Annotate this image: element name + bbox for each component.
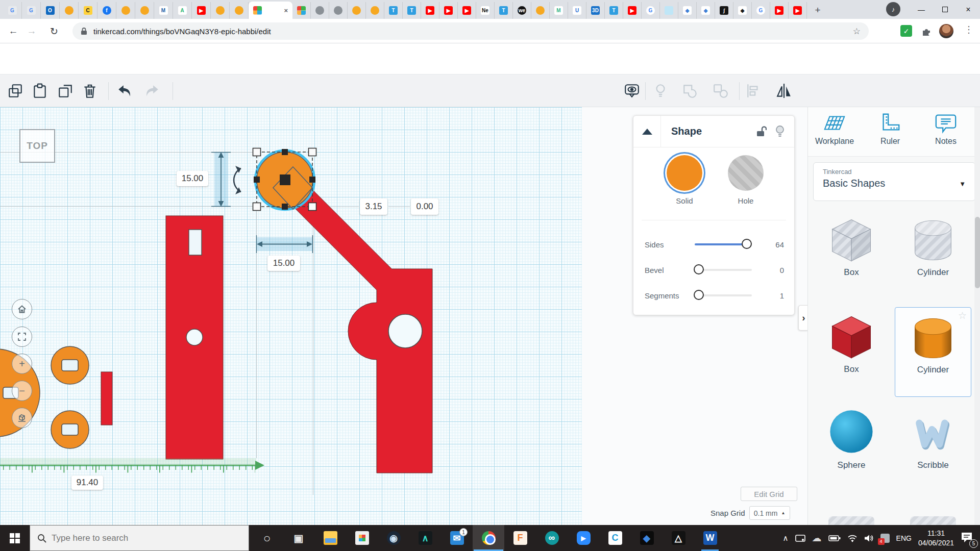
- browser-tab[interactable]: O: [41, 2, 60, 19]
- home-view-button[interactable]: [12, 299, 32, 319]
- zoom-icon[interactable]: ▶: [568, 525, 599, 551]
- edit-grid-button[interactable]: Edit Grid: [741, 487, 797, 501]
- browser-tab[interactable]: ◆: [678, 2, 697, 19]
- browser-tab[interactable]: G: [752, 2, 770, 19]
- segments-slider[interactable]: [695, 294, 752, 296]
- browser-tab[interactable]: ◆: [697, 2, 715, 19]
- browser-tab[interactable]: G: [22, 2, 41, 19]
- tray-expand-icon[interactable]: ∧: [783, 534, 789, 543]
- elevation-dim-label[interactable]: 0.00: [411, 198, 438, 215]
- active-tab-tinkercad[interactable]: ×: [249, 2, 292, 19]
- shape-tile-scribble[interactable]: Scribble: [895, 403, 971, 493]
- chrome-icon[interactable]: [473, 525, 504, 551]
- browser-tab[interactable]: [135, 2, 154, 19]
- browser-tab[interactable]: ▶: [623, 2, 642, 19]
- sides-slider-knob[interactable]: [742, 239, 752, 249]
- green-ruler[interactable]: [0, 458, 264, 470]
- browser-tab[interactable]: M: [154, 2, 173, 19]
- browser-tab[interactable]: G: [3, 2, 22, 19]
- solid-option[interactable]: [667, 155, 702, 191]
- shape-tile-box-striped[interactable]: Box: [813, 210, 890, 300]
- width-dimension[interactable]: [257, 235, 313, 253]
- browser-tab[interactable]: ▶: [789, 2, 807, 19]
- slot-hole[interactable]: [62, 360, 78, 371]
- scrollbar-thumb[interactable]: [975, 217, 980, 288]
- browser-tab[interactable]: [230, 2, 249, 19]
- wifi-icon[interactable]: [847, 534, 857, 542]
- browser-tab[interactable]: [211, 2, 230, 19]
- speaker-icon[interactable]: [864, 534, 874, 542]
- bevel-slider[interactable]: [695, 269, 752, 271]
- bevel-slider-knob[interactable]: [694, 264, 704, 274]
- copy-button[interactable]: [7, 83, 23, 99]
- forward-button[interactable]: →: [24, 24, 39, 38]
- extensions-puzzle-icon[interactable]: [921, 26, 932, 37]
- browser-menu-icon[interactable]: ⋮: [963, 24, 975, 35]
- browser-tab[interactable]: [660, 2, 678, 19]
- align-button[interactable]: [745, 83, 762, 99]
- collapse-panel-button[interactable]: [633, 116, 661, 147]
- ruler-tool[interactable]: Ruler: [864, 111, 917, 146]
- media-controls-button[interactable]: ♪: [886, 2, 900, 16]
- browser-tab[interactable]: U: [568, 2, 586, 19]
- browser-tab[interactable]: [531, 2, 550, 19]
- battery-icon[interactable]: [828, 535, 841, 542]
- view-cube[interactable]: TOP: [19, 129, 55, 163]
- tab-close-icon[interactable]: ×: [284, 7, 288, 14]
- shape-library-dropdown[interactable]: Tinkercad Basic Shapes ▼: [813, 162, 975, 201]
- search-input[interactable]: [52, 533, 225, 543]
- browser-tab[interactable]: A: [173, 2, 192, 19]
- sidebar-scrollbar[interactable]: [974, 107, 980, 525]
- browser-tab[interactable]: ▶: [458, 2, 476, 19]
- group-button[interactable]: [682, 83, 698, 99]
- word-icon[interactable]: W: [694, 525, 726, 551]
- design-canvas[interactable]: TOP + − 15.00 15.00 3.15 0.00 91.40: [0, 107, 582, 525]
- profile-avatar[interactable]: [939, 24, 953, 38]
- zoom-out-button[interactable]: −: [12, 381, 32, 401]
- steam-icon[interactable]: ◉: [378, 525, 409, 551]
- snap-grid-select[interactable]: 0.1 mm▲: [749, 506, 790, 520]
- browser-tab[interactable]: ▶: [421, 2, 439, 19]
- ungroup-button[interactable]: [713, 83, 729, 99]
- url-input[interactable]: [93, 27, 808, 36]
- taskbar-search[interactable]: [30, 525, 249, 551]
- browser-tab[interactable]: [366, 2, 384, 19]
- browser-tab[interactable]: T: [605, 2, 623, 19]
- browser-tab[interactable]: [116, 2, 135, 19]
- duplicate-button[interactable]: [57, 83, 74, 99]
- taskbar-clock[interactable]: 11:31 04/06/2021: [918, 529, 954, 548]
- cura-icon[interactable]: C: [599, 525, 631, 551]
- browser-tab[interactable]: ▶: [439, 2, 458, 19]
- browser-tab[interactable]: M: [550, 2, 568, 19]
- slot-hole[interactable]: [62, 424, 78, 435]
- browser-tab[interactable]: ▶: [192, 2, 211, 19]
- lightbulb-icon[interactable]: [775, 125, 785, 138]
- workplane-tool[interactable]: Workplane: [808, 111, 861, 146]
- zoom-in-button[interactable]: +: [12, 354, 32, 374]
- browser-tab[interactable]: G: [642, 2, 660, 19]
- browser-tab[interactable]: f: [97, 2, 116, 19]
- collapse-sidebar-button[interactable]: ›: [798, 305, 808, 331]
- width-dim-label[interactable]: 15.00: [267, 256, 300, 271]
- triangle-app-icon[interactable]: △: [663, 525, 694, 551]
- mirror-button[interactable]: [776, 83, 792, 99]
- fusion360-icon[interactable]: F: [504, 525, 536, 551]
- file-explorer-icon[interactable]: [314, 525, 346, 551]
- browser-tab[interactable]: 3D: [586, 2, 605, 19]
- browser-tab[interactable]: ◆: [733, 2, 752, 19]
- language-indicator[interactable]: ENG: [896, 534, 912, 542]
- ruler-dim-label[interactable]: 91.40: [71, 475, 103, 490]
- predator-icon[interactable]: ∧: [409, 525, 441, 551]
- shape-tile-sphere[interactable]: Sphere: [813, 403, 890, 493]
- onedrive-cloud-icon[interactable]: ☁: [812, 532, 822, 544]
- flashprint-icon[interactable]: ◆: [631, 525, 663, 551]
- paste-button[interactable]: [32, 83, 48, 99]
- bookmark-star-icon[interactable]: ☆: [853, 26, 861, 37]
- reload-button[interactable]: ↻: [47, 24, 61, 38]
- browser-tab[interactable]: [311, 2, 329, 19]
- joint-hole[interactable]: [388, 314, 422, 348]
- notification-center-button[interactable]: 5: [961, 532, 976, 545]
- browser-tab[interactable]: ▶: [770, 2, 789, 19]
- red-small-bar[interactable]: [101, 372, 112, 425]
- height-dimension[interactable]: [211, 152, 231, 207]
